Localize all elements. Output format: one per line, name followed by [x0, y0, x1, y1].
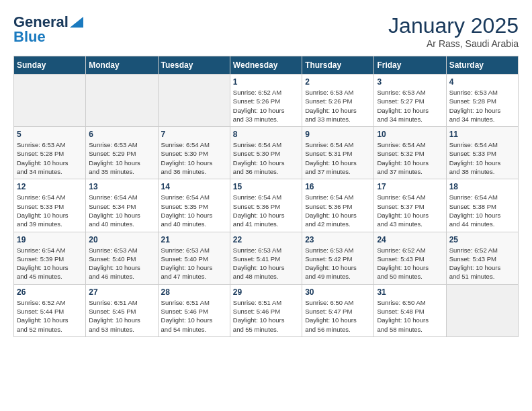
logo-blue: Blue — [13, 28, 46, 46]
calendar-cell: 10Sunrise: 6:54 AM Sunset: 5:32 PM Dayli… — [374, 127, 446, 179]
day-info: Sunrise: 6:50 AM Sunset: 5:47 PM Dayligh… — [305, 298, 371, 334]
calendar-cell: 25Sunrise: 6:52 AM Sunset: 5:43 PM Dayli… — [446, 232, 518, 284]
calendar-cell: 28Sunrise: 6:51 AM Sunset: 5:46 PM Dayli… — [158, 284, 230, 336]
weekday-header-monday: Monday — [86, 56, 158, 75]
calendar-cell: 19Sunrise: 6:54 AM Sunset: 5:39 PM Dayli… — [14, 232, 86, 284]
day-number: 1 — [233, 77, 299, 87]
day-info: Sunrise: 6:54 AM Sunset: 5:33 PM Dayligh… — [449, 140, 515, 176]
calendar-cell: 7Sunrise: 6:54 AM Sunset: 5:30 PM Daylig… — [158, 127, 230, 179]
day-info: Sunrise: 6:54 AM Sunset: 5:37 PM Dayligh… — [377, 193, 443, 228]
calendar-cell: 18Sunrise: 6:54 AM Sunset: 5:38 PM Dayli… — [446, 179, 518, 232]
week-row-4: 19Sunrise: 6:54 AM Sunset: 5:39 PM Dayli… — [14, 232, 519, 284]
day-number: 26 — [17, 287, 83, 297]
calendar-cell: 29Sunrise: 6:51 AM Sunset: 5:46 PM Dayli… — [230, 284, 302, 336]
day-info: Sunrise: 6:54 AM Sunset: 5:30 PM Dayligh… — [161, 140, 227, 176]
day-number: 10 — [377, 130, 443, 139]
day-number: 5 — [17, 130, 83, 139]
calendar-cell: 9Sunrise: 6:54 AM Sunset: 5:31 PM Daylig… — [302, 127, 374, 179]
day-number: 29 — [233, 287, 299, 297]
weekday-header-row: SundayMondayTuesdayWednesdayThursdayFrid… — [14, 56, 519, 75]
day-number: 17 — [377, 182, 443, 191]
day-info: Sunrise: 6:53 AM Sunset: 5:42 PM Dayligh… — [305, 246, 371, 281]
day-number: 14 — [161, 182, 227, 191]
calendar-cell — [14, 75, 86, 127]
day-number: 11 — [449, 130, 515, 139]
calendar-cell: 24Sunrise: 6:52 AM Sunset: 5:43 PM Dayli… — [374, 232, 446, 284]
calendar-cell: 6Sunrise: 6:53 AM Sunset: 5:29 PM Daylig… — [86, 127, 158, 179]
day-info: Sunrise: 6:54 AM Sunset: 5:33 PM Dayligh… — [17, 193, 83, 228]
day-info: Sunrise: 6:53 AM Sunset: 5:40 PM Dayligh… — [89, 246, 154, 281]
day-info: Sunrise: 6:53 AM Sunset: 5:40 PM Dayligh… — [161, 246, 227, 281]
day-info: Sunrise: 6:53 AM Sunset: 5:28 PM Dayligh… — [17, 140, 83, 176]
calendar-cell: 15Sunrise: 6:54 AM Sunset: 5:36 PM Dayli… — [230, 179, 302, 232]
calendar-cell: 23Sunrise: 6:53 AM Sunset: 5:42 PM Dayli… — [302, 232, 374, 284]
title-block: January 2025 Ar Rass, Saudi Arabia — [388, 13, 519, 49]
day-info: Sunrise: 6:54 AM Sunset: 5:30 PM Dayligh… — [233, 140, 299, 176]
month-title: January 2025 — [388, 13, 519, 38]
svg-marker-0 — [70, 17, 83, 28]
calendar-cell: 27Sunrise: 6:51 AM Sunset: 5:45 PM Dayli… — [86, 284, 158, 336]
week-row-3: 12Sunrise: 6:54 AM Sunset: 5:33 PM Dayli… — [14, 179, 519, 232]
day-info: Sunrise: 6:53 AM Sunset: 5:29 PM Dayligh… — [89, 140, 154, 176]
page-header: General Blue January 2025 Ar Rass, Saudi… — [13, 13, 519, 49]
day-number: 16 — [305, 182, 371, 191]
day-number: 3 — [377, 77, 443, 87]
weekday-header-tuesday: Tuesday — [158, 56, 230, 75]
week-row-1: 1Sunrise: 6:52 AM Sunset: 5:26 PM Daylig… — [14, 75, 519, 127]
weekday-header-thursday: Thursday — [302, 56, 374, 75]
day-info: Sunrise: 6:51 AM Sunset: 5:46 PM Dayligh… — [161, 298, 227, 334]
day-info: Sunrise: 6:54 AM Sunset: 5:34 PM Dayligh… — [89, 193, 154, 228]
calendar-cell — [158, 75, 230, 127]
day-number: 22 — [233, 235, 299, 244]
calendar-cell: 2Sunrise: 6:53 AM Sunset: 5:26 PM Daylig… — [302, 75, 374, 127]
day-number: 13 — [89, 182, 154, 191]
calendar-cell: 1Sunrise: 6:52 AM Sunset: 5:26 PM Daylig… — [230, 75, 302, 127]
logo: General Blue — [13, 13, 83, 46]
day-number: 20 — [89, 235, 154, 244]
day-info: Sunrise: 6:54 AM Sunset: 5:36 PM Dayligh… — [233, 193, 299, 228]
calendar-cell: 14Sunrise: 6:54 AM Sunset: 5:35 PM Dayli… — [158, 179, 230, 232]
calendar-cell — [446, 284, 518, 336]
day-info: Sunrise: 6:54 AM Sunset: 5:31 PM Dayligh… — [305, 140, 371, 176]
calendar-cell: 16Sunrise: 6:54 AM Sunset: 5:36 PM Dayli… — [302, 179, 374, 232]
calendar-cell: 26Sunrise: 6:52 AM Sunset: 5:44 PM Dayli… — [14, 284, 86, 336]
day-info: Sunrise: 6:53 AM Sunset: 5:27 PM Dayligh… — [377, 88, 443, 124]
day-info: Sunrise: 6:51 AM Sunset: 5:46 PM Dayligh… — [233, 298, 299, 334]
calendar-cell: 21Sunrise: 6:53 AM Sunset: 5:40 PM Dayli… — [158, 232, 230, 284]
logo-icon — [70, 17, 83, 28]
weekday-header-sunday: Sunday — [14, 56, 86, 75]
day-info: Sunrise: 6:52 AM Sunset: 5:44 PM Dayligh… — [17, 298, 83, 334]
day-info: Sunrise: 6:53 AM Sunset: 5:28 PM Dayligh… — [449, 88, 515, 124]
day-info: Sunrise: 6:54 AM Sunset: 5:35 PM Dayligh… — [161, 193, 227, 228]
day-info: Sunrise: 6:53 AM Sunset: 5:41 PM Dayligh… — [233, 246, 299, 281]
calendar-cell: 17Sunrise: 6:54 AM Sunset: 5:37 PM Dayli… — [374, 179, 446, 232]
day-info: Sunrise: 6:51 AM Sunset: 5:45 PM Dayligh… — [89, 298, 154, 334]
day-info: Sunrise: 6:54 AM Sunset: 5:38 PM Dayligh… — [449, 193, 515, 228]
day-number: 8 — [233, 130, 299, 139]
day-number: 2 — [305, 77, 371, 87]
calendar-cell: 22Sunrise: 6:53 AM Sunset: 5:41 PM Dayli… — [230, 232, 302, 284]
week-row-5: 26Sunrise: 6:52 AM Sunset: 5:44 PM Dayli… — [14, 284, 519, 336]
day-number: 6 — [89, 130, 154, 139]
day-number: 27 — [89, 287, 154, 297]
day-number: 9 — [305, 130, 371, 139]
day-info: Sunrise: 6:52 AM Sunset: 5:43 PM Dayligh… — [377, 246, 443, 281]
calendar-cell: 5Sunrise: 6:53 AM Sunset: 5:28 PM Daylig… — [14, 127, 86, 179]
day-info: Sunrise: 6:50 AM Sunset: 5:48 PM Dayligh… — [377, 298, 443, 334]
day-number: 24 — [377, 235, 443, 244]
weekday-header-saturday: Saturday — [446, 56, 518, 75]
calendar-cell: 30Sunrise: 6:50 AM Sunset: 5:47 PM Dayli… — [302, 284, 374, 336]
day-number: 21 — [161, 235, 227, 244]
week-row-2: 5Sunrise: 6:53 AM Sunset: 5:28 PM Daylig… — [14, 127, 519, 179]
day-number: 7 — [161, 130, 227, 139]
day-number: 23 — [305, 235, 371, 244]
calendar-cell: 11Sunrise: 6:54 AM Sunset: 5:33 PM Dayli… — [446, 127, 518, 179]
day-number: 18 — [449, 182, 515, 191]
day-number: 31 — [377, 287, 443, 297]
calendar-cell: 20Sunrise: 6:53 AM Sunset: 5:40 PM Dayli… — [86, 232, 158, 284]
day-number: 15 — [233, 182, 299, 191]
day-info: Sunrise: 6:52 AM Sunset: 5:26 PM Dayligh… — [233, 88, 299, 124]
location-subtitle: Ar Rass, Saudi Arabia — [388, 38, 519, 49]
day-info: Sunrise: 6:54 AM Sunset: 5:39 PM Dayligh… — [17, 246, 83, 281]
calendar-cell — [86, 75, 158, 127]
